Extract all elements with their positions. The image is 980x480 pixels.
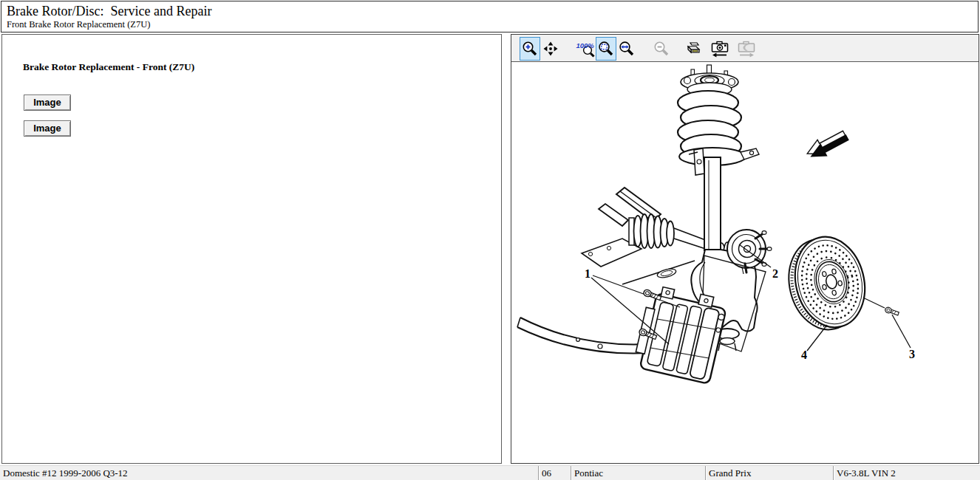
callout-3-label: 3 — [909, 348, 915, 360]
diagram-viewport[interactable]: 1 2 3 4 — [511, 63, 979, 463]
callout-4-leader — [807, 325, 827, 351]
article-panel: Brake Rotor Replacement - Front (Z7U) Im… — [1, 34, 502, 464]
image-button-1[interactable]: Image — [24, 95, 71, 111]
topic-subtitle: Front Brake Rotor Replacement (Z7U) — [7, 19, 978, 30]
status-model: Grand Prix — [705, 466, 833, 480]
image-viewer-panel: 100% — [511, 34, 979, 464]
image-button-2[interactable]: Image — [24, 120, 71, 137]
pan-icon — [542, 40, 559, 58]
print-button[interactable] — [683, 37, 704, 61]
status-year: 06 — [538, 466, 571, 480]
svg-text:100%: 100% — [576, 41, 595, 49]
pan-button[interactable] — [540, 37, 561, 61]
direction-arrow — [804, 127, 851, 164]
strut-assembly — [678, 65, 759, 250]
topic-header: Brake Rotor/Disc: Service and Repair Fro… — [1, 1, 979, 32]
status-engine: V6-3.8L VIN 2 — [833, 466, 980, 480]
previous-image-button[interactable] — [710, 37, 730, 61]
article-heading: Brake Rotor Replacement - Front (Z7U) — [23, 61, 194, 73]
zoom-in-button[interactable] — [520, 37, 540, 61]
callout-1-label: 1 — [585, 267, 591, 280]
status-make: Pontiac — [571, 466, 705, 480]
next-image-button[interactable] — [736, 37, 757, 61]
brake-rotor — [780, 230, 874, 337]
vehicle-statusbar: Domestic #12 1999-2006 Q3-12 06 Pontiac … — [0, 465, 980, 480]
zoom-100-button[interactable]: 100% — [575, 37, 596, 61]
service-manual-window: Brake Rotor/Disc: Service and Repair Fro… — [0, 0, 980, 480]
topic-title: Brake Rotor/Disc: Service and Repair — [7, 3, 978, 19]
callout-4-label: 4 — [801, 349, 807, 361]
zoom-out-button[interactable] — [651, 37, 672, 61]
fit-to-window-button[interactable] — [596, 37, 616, 61]
fit-to-window-icon — [597, 40, 615, 58]
print-icon — [684, 40, 702, 58]
fit-width-button[interactable] — [616, 37, 637, 61]
viewer-toolbar: 100% — [511, 35, 979, 62]
zoom-out-icon — [653, 40, 670, 58]
callout-3-leader — [892, 315, 911, 348]
previous-image-icon — [710, 39, 729, 58]
fit-width-icon — [618, 40, 636, 58]
next-image-icon — [737, 39, 756, 58]
zoom-100-icon: 100% — [576, 40, 595, 58]
status-database: Domestic #12 1999-2006 Q3-12 — [0, 466, 538, 480]
callout-2-label: 2 — [772, 267, 778, 280]
zoom-in-icon — [521, 40, 539, 58]
brake-rotor-diagram: 1 2 3 4 — [511, 63, 979, 463]
